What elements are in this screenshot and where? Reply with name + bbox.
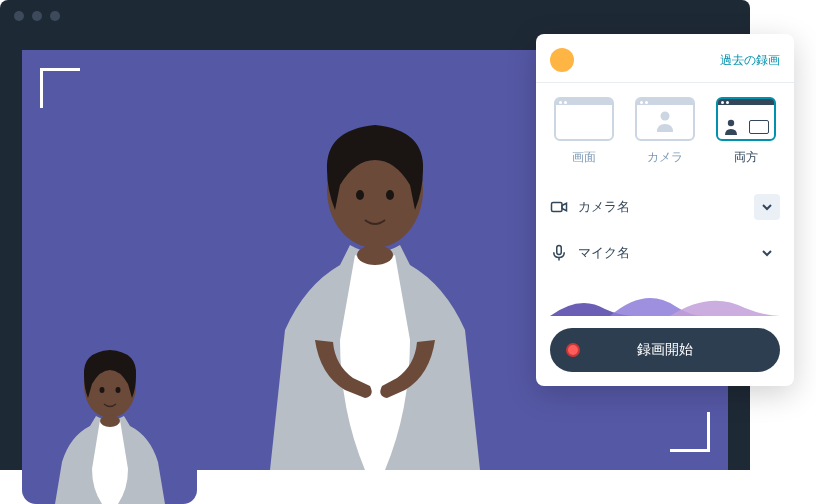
camera-icon bbox=[550, 198, 568, 216]
mic-name: マイク名 bbox=[578, 244, 744, 262]
camera-thumbnail[interactable] bbox=[22, 329, 197, 504]
screen-icon bbox=[556, 99, 612, 105]
mic-selector[interactable]: マイク名 bbox=[550, 230, 780, 276]
window-dot bbox=[14, 11, 24, 21]
svg-point-7 bbox=[100, 415, 120, 427]
frame-corner bbox=[670, 412, 710, 452]
svg-point-3 bbox=[357, 245, 393, 265]
panel-header: 過去の録画 bbox=[550, 48, 780, 72]
audio-waveform bbox=[550, 284, 780, 316]
past-recordings-link[interactable]: 過去の録画 bbox=[720, 52, 780, 69]
window-dot bbox=[50, 11, 60, 21]
presenter-image bbox=[215, 90, 535, 470]
svg-point-9 bbox=[727, 120, 733, 126]
chevron-down-icon bbox=[754, 240, 780, 266]
mode-label: カメラ bbox=[647, 149, 683, 166]
window-dot bbox=[32, 11, 42, 21]
presenter-thumbnail-image bbox=[40, 334, 180, 504]
svg-rect-10 bbox=[552, 203, 563, 212]
svg-point-1 bbox=[356, 190, 364, 200]
svg-rect-11 bbox=[557, 246, 562, 255]
screen-icon bbox=[637, 99, 693, 105]
mode-camera[interactable]: カメラ bbox=[631, 97, 700, 166]
record-button-label: 録画開始 bbox=[637, 341, 693, 359]
screen-mini-icon bbox=[749, 120, 769, 134]
mode-label: 画面 bbox=[572, 149, 596, 166]
mode-screen[interactable]: 画面 bbox=[550, 97, 619, 166]
camera-selector[interactable]: カメラ名 bbox=[550, 184, 780, 230]
avatar[interactable] bbox=[550, 48, 574, 72]
camera-name: カメラ名 bbox=[578, 198, 744, 216]
person-icon bbox=[724, 119, 738, 135]
screen-icon bbox=[718, 99, 774, 105]
title-bar bbox=[0, 0, 750, 32]
divider bbox=[536, 82, 794, 83]
record-dot-icon bbox=[566, 343, 580, 357]
svg-point-8 bbox=[661, 112, 670, 121]
mic-icon bbox=[550, 244, 568, 262]
svg-point-5 bbox=[99, 387, 104, 393]
person-icon bbox=[655, 110, 675, 132]
mode-both[interactable]: 両方 bbox=[711, 97, 780, 166]
svg-point-6 bbox=[115, 387, 120, 393]
svg-point-2 bbox=[386, 190, 394, 200]
frame-corner bbox=[40, 68, 80, 108]
recording-panel: 過去の録画 画面 カメラ bbox=[536, 34, 794, 386]
mode-selector: 画面 カメラ 両方 bbox=[550, 97, 780, 166]
mode-label: 両方 bbox=[734, 149, 758, 166]
chevron-down-icon bbox=[754, 194, 780, 220]
record-button[interactable]: 録画開始 bbox=[550, 328, 780, 372]
